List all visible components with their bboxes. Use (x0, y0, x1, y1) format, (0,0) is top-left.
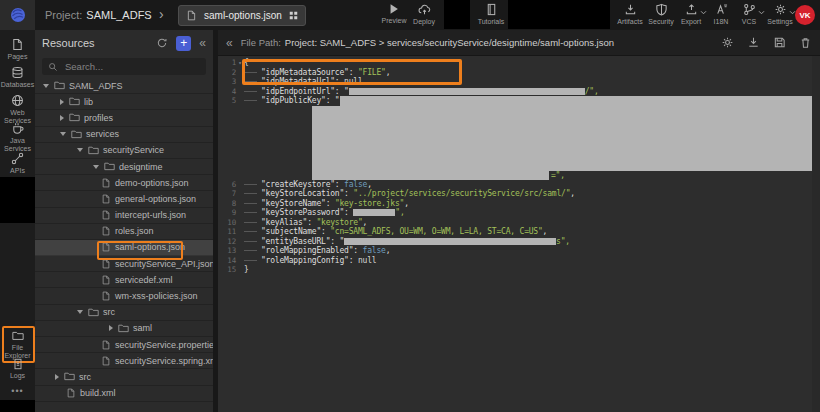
tree-item-label: saml-options.json (115, 242, 185, 252)
indent-guide (244, 203, 257, 204)
tree-item-folder[interactable]: profiles (35, 110, 213, 126)
code-line: 1▾{ (218, 58, 812, 68)
grid-icon[interactable] (289, 11, 298, 20)
sidebar-item-file-explorer[interactable]: File Explorer (0, 330, 35, 359)
git-branch-icon (743, 3, 756, 16)
code-line: 3"idpMetadataUrl": null, (218, 77, 812, 87)
tree-item-folder[interactable]: saml (35, 321, 213, 337)
app-logo[interactable] (0, 0, 35, 30)
search-input[interactable] (63, 60, 200, 73)
refresh-icon[interactable] (156, 37, 168, 49)
indent-guide (244, 250, 257, 251)
editor-scrollbar[interactable] (812, 56, 820, 412)
gear-icon[interactable] (721, 36, 734, 49)
user-avatar[interactable]: VK (795, 5, 815, 25)
tree-item-folder[interactable]: SAML_ADFS (35, 78, 213, 94)
indent-guide (244, 231, 257, 232)
caret-down-icon[interactable] (93, 165, 99, 169)
code-line: 12"entityBaseURL": "s", (218, 237, 812, 247)
tab-saml-options[interactable]: saml-options.json (178, 5, 306, 26)
tree-item-folder[interactable]: lib (35, 94, 213, 110)
tree-item-file[interactable]: intercept-urls.json (35, 208, 213, 224)
search-box (42, 58, 206, 75)
book-icon (485, 3, 498, 16)
add-resource-button[interactable]: + (176, 36, 191, 51)
collapse-editor-icon[interactable]: « (226, 36, 233, 50)
more-options-button[interactable]: ••• (0, 386, 35, 396)
file-path-value: Project: SAML_ADFS > services/securitySe… (285, 37, 708, 48)
fold-caret-icon[interactable]: ▾ (236, 58, 244, 68)
indent-guide (244, 100, 257, 101)
file-icon (101, 275, 111, 285)
tree-item-label: securityService (103, 145, 164, 155)
collapse-panel-icon[interactable]: « (199, 36, 206, 50)
folder-icon (71, 129, 82, 140)
tree-item-label: lib (84, 97, 93, 107)
code-editor[interactable]: 1▾{ 2"idpMetadataSource": "FILE", 3"idpM… (218, 56, 820, 412)
resources-panel: Resources + « SAML_ADFS lib profi (35, 30, 213, 412)
database-icon (11, 66, 24, 79)
sidebar-item-logs[interactable]: Logs (0, 358, 35, 380)
sidebar-item-apis[interactable]: APIs (0, 152, 35, 175)
redacted-value-block (312, 171, 549, 180)
tree-item-file[interactable]: roles.json (35, 224, 213, 240)
coffee-cup-icon (11, 122, 24, 135)
tree-item-file[interactable]: build.xml (35, 386, 213, 402)
export-icon (685, 3, 698, 16)
caret-down-icon[interactable] (77, 148, 83, 152)
code-line: 14"roleMappingConfig": null (218, 256, 812, 266)
tree-item-file[interactable]: securityService.spring.xml (35, 353, 213, 369)
tree-item-file[interactable]: securityService.properties (35, 337, 213, 353)
caret-down-icon[interactable] (60, 132, 66, 136)
download-icon[interactable] (747, 36, 760, 49)
folder-icon (88, 145, 99, 156)
tree-item-file[interactable]: wm-xss-policies.json (35, 288, 213, 304)
sidebar-item-web-services[interactable]: Web Services (0, 94, 35, 124)
file-icon (186, 10, 197, 21)
redacted-sidebar-area (0, 177, 35, 223)
indent-guide (244, 184, 257, 185)
redacted-value (344, 238, 556, 245)
gear-icon (774, 3, 787, 16)
sidebar-item-java-services[interactable]: Java Services (0, 122, 35, 152)
resources-title: Resources (42, 37, 148, 49)
tree-item-folder[interactable]: services (35, 127, 213, 143)
file-icon (101, 340, 111, 350)
tree-item-file[interactable]: demo-options.json (35, 175, 213, 191)
tab-label: saml-options.json (204, 10, 282, 21)
tree-item-folder[interactable]: src (35, 305, 213, 321)
tree-item-label: build.xml (80, 388, 116, 398)
cloud-upload-icon (418, 3, 431, 16)
tree-item-folder[interactable]: designtime (35, 159, 213, 175)
tree-item-file[interactable]: securityService_API.json (35, 256, 213, 272)
tree-item-folder[interactable]: securityService (35, 143, 213, 159)
caret-right-icon[interactable] (60, 99, 64, 105)
deploy-button[interactable]: Deploy (401, 3, 447, 25)
folder-icon (118, 323, 129, 334)
tree-item-label: saml (133, 323, 152, 333)
folder-icon (104, 161, 115, 172)
code-line: 9"keyStorePassword": ", (218, 208, 812, 218)
tree-item-file[interactable]: general-options.json (35, 191, 213, 207)
redacted-value-block (340, 96, 812, 106)
folder-icon (88, 307, 99, 318)
sidebar-item-databases[interactable]: Databases (0, 66, 35, 89)
file-icon (101, 178, 111, 188)
project-label: Project: (45, 9, 82, 21)
tree-item-folder[interactable]: src (35, 369, 213, 385)
page-icon (11, 38, 24, 51)
caret-down-icon[interactable] (43, 84, 49, 88)
delete-icon[interactable] (799, 36, 812, 49)
redacted-toolbar-area (508, 0, 610, 29)
caret-right-icon[interactable] (55, 374, 59, 380)
tree-item-file-selected[interactable]: saml-options.json (35, 240, 213, 256)
tree-item-file[interactable]: servicedef.xml (35, 272, 213, 288)
sidebar-item-pages[interactable]: Pages (0, 38, 35, 61)
caret-right-icon[interactable] (60, 115, 64, 121)
caret-down-icon[interactable] (77, 310, 83, 314)
chevron-right-icon[interactable]: › (159, 0, 164, 30)
caret-right-icon[interactable] (109, 325, 113, 331)
tree-item-label: designtime (119, 162, 163, 172)
save-icon[interactable] (773, 36, 786, 49)
editor-panel: « File Path: Project: SAML_ADFS > servic… (218, 30, 820, 412)
